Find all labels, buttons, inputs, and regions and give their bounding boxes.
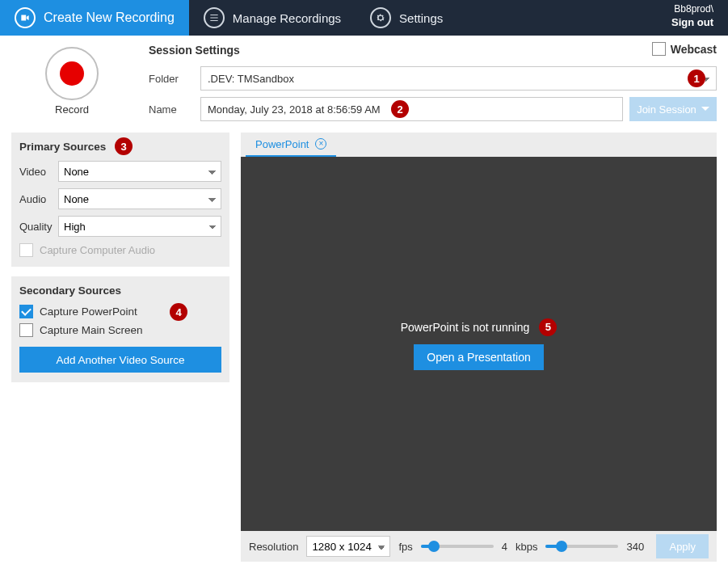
annotation-badge-4: 4: [170, 303, 187, 321]
quality-select[interactable]: High: [58, 216, 221, 237]
kbps-label: kbps: [515, 541, 537, 553]
tab-manage-recordings[interactable]: Manage Recordings: [189, 0, 356, 36]
resolution-select[interactable]: 1280 x 1024: [306, 536, 390, 557]
preview-message: PowerPoint is not running: [401, 321, 530, 334]
list-icon: [204, 7, 225, 28]
resolution-label: Resolution: [249, 541, 298, 553]
preview-area: PowerPoint is not running 5 Open a Prese…: [241, 157, 717, 531]
capture-audio-row: Capture Computer Audio: [19, 243, 221, 257]
webcast-option[interactable]: Webcast: [652, 42, 717, 56]
join-session-button[interactable]: Join Session: [629, 97, 717, 121]
record-block: Record: [11, 44, 133, 128]
webcast-checkbox[interactable]: [652, 42, 666, 56]
annotation-badge-5: 5: [539, 318, 557, 336]
audio-label: Audio: [19, 193, 58, 205]
user-name: Bb8prod\: [671, 3, 713, 16]
quality-label: Quality: [19, 221, 58, 233]
kbps-slider[interactable]: [545, 545, 618, 548]
camera-icon: [15, 7, 36, 28]
secondary-sources-panel: Secondary Sources Capture PowerPoint 4 C…: [11, 276, 229, 382]
apply-button[interactable]: Apply: [656, 534, 709, 558]
capture-screen-label: Capture Main Screen: [40, 324, 143, 336]
gear-icon: [370, 7, 391, 28]
tab-create-recording[interactable]: Create New Recording: [0, 0, 189, 36]
session-settings: Record Session Settings Webcast Folder .…: [0, 36, 728, 133]
annotation-badge-1: 1: [688, 70, 705, 87]
close-tab-icon[interactable]: ×: [315, 138, 326, 150]
preview-tabstrip: PowerPoint ×: [241, 133, 717, 157]
preview-panel: PowerPoint × PowerPoint is not running 5…: [241, 133, 717, 562]
capture-audio-label: Capture Computer Audio: [40, 244, 155, 256]
tab-create-label: Create New Recording: [44, 11, 175, 25]
capture-screen-checkbox[interactable]: [19, 323, 33, 337]
annotation-badge-2: 2: [391, 100, 409, 118]
primary-sources-title: Primary Sources 3: [19, 141, 221, 153]
record-icon: [60, 61, 84, 86]
tab-settings[interactable]: Settings: [356, 0, 457, 36]
preview-footer: Resolution 1280 x 1024 fps 4 kbps 340 Ap…: [241, 531, 717, 562]
tab-settings-label: Settings: [399, 11, 443, 25]
kbps-value: 340: [626, 541, 644, 553]
name-label: Name: [149, 103, 200, 116]
capture-ppt-checkbox[interactable]: [19, 305, 33, 318]
folder-label: Folder: [149, 73, 200, 85]
folder-row: Folder .DEV: TMSandbox 1: [149, 66, 717, 91]
name-input[interactable]: [200, 97, 623, 121]
user-area: Bb8prod\ Sign out: [671, 0, 728, 36]
fps-label: fps: [398, 541, 412, 553]
name-row: Name Join Session 2: [149, 97, 717, 121]
video-label: Video: [19, 166, 58, 178]
main-area: Primary Sources 3 VideoNone AudioNone Qu…: [0, 133, 728, 573]
audio-select[interactable]: None: [58, 188, 221, 209]
tab-powerpoint-label: PowerPoint: [255, 138, 309, 150]
tab-manage-label: Manage Recordings: [233, 11, 341, 25]
capture-audio-checkbox: [19, 243, 33, 257]
add-video-source-button[interactable]: Add Another Video Source: [19, 347, 221, 373]
top-bar: Create New Recording Manage Recordings S…: [0, 0, 728, 36]
fps-value: 4: [502, 541, 507, 553]
video-select[interactable]: None: [58, 161, 221, 182]
left-column: Primary Sources 3 VideoNone AudioNone Qu…: [11, 133, 229, 562]
capture-screen-row[interactable]: Capture Main Screen: [19, 323, 221, 337]
annotation-badge-3: 3: [115, 137, 133, 155]
tab-powerpoint[interactable]: PowerPoint ×: [246, 133, 336, 157]
folder-select[interactable]: .DEV: TMSandbox: [200, 66, 717, 91]
record-button[interactable]: [45, 47, 99, 100]
capture-ppt-label: Capture PowerPoint: [40, 305, 137, 318]
signout-link[interactable]: Sign out: [671, 16, 713, 30]
open-presentation-button[interactable]: Open a Presentation: [414, 344, 543, 370]
secondary-sources-title: Secondary Sources: [19, 284, 221, 297]
fps-slider[interactable]: [421, 545, 494, 548]
webcast-label: Webcast: [671, 43, 717, 56]
capture-ppt-row[interactable]: Capture PowerPoint 4: [19, 305, 221, 318]
session-title: Session Settings Webcast: [149, 44, 717, 57]
record-label: Record: [11, 103, 133, 116]
primary-sources-panel: Primary Sources 3 VideoNone AudioNone Qu…: [11, 133, 229, 267]
